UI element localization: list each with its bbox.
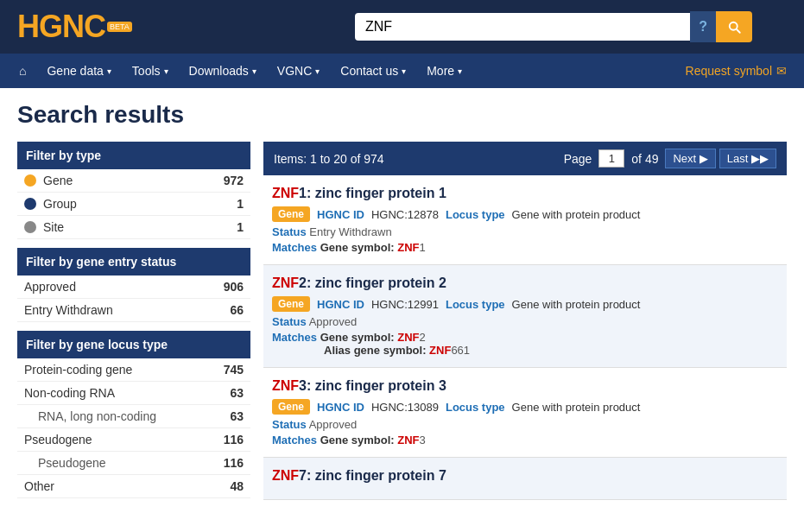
page-input[interactable] bbox=[598, 149, 624, 168]
nav-tools-label: Tools bbox=[132, 64, 161, 78]
logo: HGNCBETA bbox=[17, 9, 132, 45]
main-content: Search results Filter by type Gene 972 G… bbox=[0, 88, 804, 513]
logo-beta: BETA bbox=[107, 22, 132, 32]
page-of: of 49 bbox=[631, 152, 658, 166]
result-znf2: ZNF2: zinc finger protein 2 Gene HGNC ID… bbox=[263, 265, 787, 368]
chevron-down-icon: ▾ bbox=[164, 66, 168, 76]
filter-pseudogene[interactable]: Pseudogene 116 bbox=[17, 428, 250, 452]
result-znf7-title: ZNF7: zinc finger protein 7 bbox=[272, 468, 778, 484]
filter-entry-withdrawn-label: Entry Withdrawn bbox=[24, 303, 113, 317]
sidebar: Filter by type Gene 972 Group 1 Site bbox=[17, 142, 250, 500]
filter-entry-withdrawn-count: 66 bbox=[230, 303, 244, 317]
nav-gene-data-label: Gene data bbox=[47, 64, 103, 78]
dot-gene bbox=[24, 174, 36, 187]
filter-approved-label: Approved bbox=[24, 280, 76, 294]
chevron-down-icon: ▾ bbox=[402, 66, 406, 76]
main-nav: ⌂ Gene data ▾ Tools ▾ Downloads ▾ VGNC ▾… bbox=[0, 54, 804, 88]
filter-group-label: Group bbox=[43, 197, 77, 211]
request-symbol-link[interactable]: Request symbol ✉ bbox=[677, 54, 795, 88]
nav-contact-us[interactable]: Contact us ▾ bbox=[330, 54, 416, 88]
filter-protein-coding-count: 745 bbox=[224, 363, 244, 377]
locus-type-znf1: Gene with protein product bbox=[512, 208, 641, 221]
nav-tools[interactable]: Tools ▾ bbox=[122, 54, 179, 88]
filter-other-count: 48 bbox=[230, 479, 244, 493]
badge-gene-znf2: Gene bbox=[272, 296, 310, 312]
result-znf1: ZNF1: zinc finger protein 1 Gene HGNC ID… bbox=[263, 175, 787, 265]
page-label: Page bbox=[564, 152, 592, 166]
result-znf2-title: ZNF2: zinc finger protein 2 bbox=[272, 276, 778, 291]
filter-other-label: Other bbox=[24, 479, 54, 493]
filter-site-count: 1 bbox=[237, 220, 244, 234]
last-button[interactable]: Last ▶▶ bbox=[719, 149, 776, 168]
dot-site bbox=[24, 221, 36, 233]
filter-lncrna-label: RNA, long non-coding bbox=[38, 409, 156, 423]
filter-entry-withdrawn[interactable]: Entry Withdrawn 66 bbox=[17, 299, 250, 322]
search-input[interactable] bbox=[355, 13, 690, 41]
filter-pseudogene-sub[interactable]: Pseudogene 116 bbox=[17, 452, 250, 475]
logo-text[interactable]: HGNC bbox=[17, 9, 105, 45]
items-count: Items: 1 to 20 of 974 bbox=[274, 152, 384, 166]
badge-gene-znf1: Gene bbox=[272, 206, 310, 222]
help-button[interactable]: ? bbox=[690, 11, 716, 42]
content-layout: Filter by type Gene 972 Group 1 Site bbox=[17, 142, 787, 500]
filter-pseudogene-label: Pseudogene bbox=[24, 433, 92, 446]
pagination: Page of 49 Next ▶ Last ▶▶ bbox=[564, 149, 776, 168]
page-title: Search results bbox=[17, 101, 787, 129]
search-button[interactable] bbox=[716, 11, 752, 42]
filter-lncrna[interactable]: RNA, long non-coding 63 bbox=[17, 405, 250, 428]
hgnc-id-label-znf3: HGNC ID bbox=[317, 401, 364, 414]
result-znf3-meta: Gene HGNC ID HGNC:13089 Locus type Gene … bbox=[272, 399, 778, 415]
result-znf3: ZNF3: zinc finger protein 3 Gene HGNC ID… bbox=[263, 368, 787, 458]
hgnc-id-label-znf2: HGNC ID bbox=[317, 298, 364, 311]
filter-ncrna-count: 63 bbox=[230, 386, 244, 400]
nav-gene-data[interactable]: Gene data ▾ bbox=[36, 54, 121, 88]
filter-site-left: Site bbox=[24, 220, 64, 234]
results-area: Items: 1 to 20 of 974 Page of 49 Next ▶ … bbox=[263, 142, 787, 500]
result-znf1-link[interactable]: ZNF1 bbox=[272, 186, 307, 200]
filter-lncrna-count: 63 bbox=[230, 409, 244, 423]
filter-other[interactable]: Other 48 bbox=[17, 475, 250, 498]
result-znf7-link[interactable]: ZNF7 bbox=[272, 468, 307, 483]
filter-gene[interactable]: Gene 972 bbox=[17, 169, 250, 193]
next-button[interactable]: Next ▶ bbox=[665, 149, 715, 168]
nav-vgnc-label: VGNC bbox=[277, 64, 312, 78]
chevron-down-icon: ▾ bbox=[107, 66, 111, 76]
matches-znf2: Matches Gene symbol: ZNF2 bbox=[272, 331, 778, 344]
nav-downloads[interactable]: Downloads ▾ bbox=[179, 54, 267, 88]
filter-locus-type-title: Filter by gene locus type bbox=[17, 331, 250, 358]
nav-downloads-label: Downloads bbox=[189, 64, 249, 78]
search-icon bbox=[726, 19, 742, 35]
filter-protein-coding[interactable]: Protein-coding gene 745 bbox=[17, 358, 250, 382]
matches-znf1: Matches Gene symbol: ZNF1 bbox=[272, 241, 778, 254]
chevron-down-icon: ▾ bbox=[315, 66, 320, 76]
home-icon: ⌂ bbox=[19, 64, 26, 78]
matches-znf3: Matches Gene symbol: ZNF3 bbox=[272, 434, 778, 446]
dot-group bbox=[24, 198, 36, 210]
hgnc-id-znf1: HGNC:12878 bbox=[371, 208, 439, 221]
result-znf2-link[interactable]: ZNF2 bbox=[272, 276, 307, 290]
filter-site-label: Site bbox=[43, 220, 64, 234]
result-znf1-title: ZNF1: zinc finger protein 1 bbox=[272, 186, 778, 201]
filter-group[interactable]: Group 1 bbox=[17, 193, 250, 216]
nav-more[interactable]: More ▾ bbox=[416, 54, 472, 88]
locus-type-znf3: Gene with protein product bbox=[512, 401, 641, 414]
locus-type-label-znf2: Locus type bbox=[446, 298, 505, 311]
nav-more-label: More bbox=[427, 64, 454, 78]
filter-pseudogene-sub-count: 116 bbox=[224, 456, 244, 470]
status-znf1: Status Entry Withdrawn bbox=[272, 225, 778, 238]
filter-ncrna[interactable]: Non-coding RNA 63 bbox=[17, 382, 250, 405]
result-znf3-link[interactable]: ZNF3 bbox=[272, 378, 307, 393]
nav-vgnc[interactable]: VGNC ▾ bbox=[267, 54, 330, 88]
request-symbol-label: Request symbol bbox=[686, 64, 772, 78]
filter-entry-status-title: Filter by gene entry status bbox=[17, 248, 250, 276]
filter-protein-coding-label: Protein-coding gene bbox=[24, 363, 132, 377]
result-znf3-title: ZNF3: zinc finger protein 3 bbox=[272, 378, 778, 394]
chevron-down-icon: ▾ bbox=[458, 66, 462, 76]
filter-pseudogene-count: 116 bbox=[224, 433, 244, 446]
filter-ncrna-label: Non-coding RNA bbox=[24, 386, 115, 400]
search-bar: ? bbox=[355, 11, 752, 42]
filter-site[interactable]: Site 1 bbox=[17, 216, 250, 239]
filter-approved[interactable]: Approved 906 bbox=[17, 276, 250, 299]
nav-home[interactable]: ⌂ bbox=[9, 55, 36, 86]
top-header: HGNCBETA ? bbox=[0, 0, 804, 54]
